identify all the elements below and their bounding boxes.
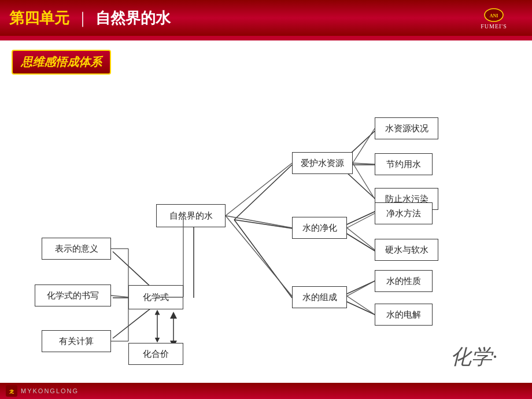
svg-line-25 <box>347 228 375 250</box>
section-label: 思维感悟成体系 <box>12 50 111 75</box>
svg-line-31 <box>111 295 128 297</box>
svg-line-24 <box>347 213 375 228</box>
header-logo: ANI FUMEI'S <box>465 5 523 31</box>
box-save-water: 节约用水 <box>375 153 433 175</box>
svg-text:ANI: ANI <box>490 13 498 19</box>
box-chemical-formula: 化学式 <box>128 285 183 309</box>
box-water-purify: 水的净化 <box>292 217 347 239</box>
box-water-electrolysis: 水的电解 <box>375 304 433 326</box>
box-meaning: 表示的意义 <box>42 238 111 260</box>
svg-line-15 <box>113 306 153 338</box>
box-calculation: 有关计算 <box>42 330 111 352</box>
logo-icon: ANI <box>482 7 505 23</box>
header-title: 第四单元 <box>9 8 69 28</box>
svg-line-2 <box>234 165 292 220</box>
box-writing: 化学式的书写 <box>35 285 111 306</box>
svg-line-20 <box>226 216 292 296</box>
svg-text:龙: 龙 <box>9 389 14 394</box>
svg-line-26 <box>347 281 375 296</box>
header-subtitle: 自然界的水 <box>95 8 171 28</box>
svg-line-13 <box>113 252 153 289</box>
logo-text: FUMEI'S <box>481 23 507 29</box>
header: 第四单元 ｜ 自然界的水 ANI FUMEI'S <box>0 0 532 36</box>
box-protect-water: 爱护水资源 <box>292 152 353 174</box>
svg-line-18 <box>226 163 292 216</box>
svg-line-3 <box>234 220 292 228</box>
svg-line-4 <box>234 220 292 298</box>
box-water-resources: 水资源状况 <box>375 117 438 139</box>
footer: 龙 MYKONGLONG <box>0 383 532 399</box>
box-water-composition: 水的组成 <box>292 286 347 308</box>
svg-line-22 <box>353 163 375 164</box>
svg-line-19 <box>226 216 292 228</box>
box-valence: 化合价 <box>128 343 183 365</box>
svg-line-27 <box>347 296 375 315</box>
box-hard-soft-water: 硬水与软水 <box>375 239 438 261</box>
watermark: 化学· <box>450 343 497 371</box>
footer-text: MYKONGLONG <box>21 387 79 394</box>
red-stripe <box>0 36 532 40</box>
box-water-properties: 水的性质 <box>375 270 433 292</box>
footer-logo-icon: 龙 <box>6 385 17 397</box>
double-arrow <box>152 309 163 343</box>
box-root: 自然界的水 <box>156 204 226 227</box>
header-divider: ｜ <box>75 8 90 28</box>
svg-line-23 <box>353 163 375 199</box>
box-purify-methods: 净水方法 <box>375 202 433 224</box>
main-content: 思维感悟成体系 <box>0 40 532 393</box>
svg-line-21 <box>353 128 375 163</box>
